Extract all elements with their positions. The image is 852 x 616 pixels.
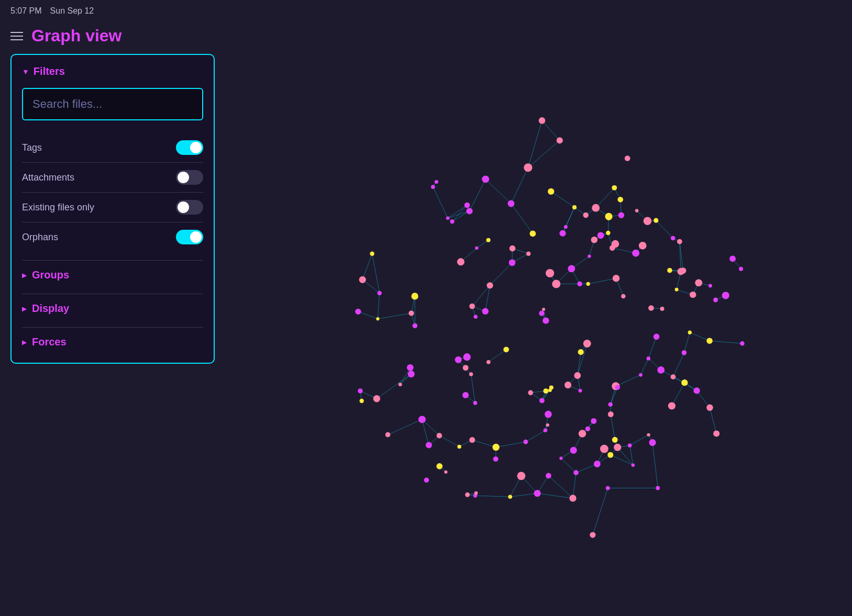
filters-label: Filters bbox=[34, 65, 65, 77]
svg-point-286 bbox=[503, 346, 509, 352]
svg-line-45 bbox=[578, 352, 581, 376]
svg-line-42 bbox=[496, 442, 526, 447]
svg-point-310 bbox=[408, 310, 414, 316]
toggle-attachments[interactable] bbox=[176, 170, 203, 185]
svg-point-176 bbox=[597, 232, 604, 239]
svg-point-202 bbox=[618, 212, 624, 218]
svg-line-114 bbox=[672, 383, 684, 406]
svg-point-280 bbox=[600, 445, 608, 453]
svg-line-67 bbox=[673, 353, 684, 377]
svg-point-276 bbox=[542, 308, 545, 311]
svg-point-177 bbox=[408, 371, 415, 377]
svg-point-206 bbox=[373, 395, 380, 402]
svg-point-329 bbox=[648, 305, 654, 311]
svg-point-331 bbox=[668, 402, 676, 409]
svg-point-178 bbox=[544, 429, 548, 433]
svg-point-315 bbox=[590, 532, 595, 537]
svg-line-161 bbox=[563, 207, 575, 233]
filters-arrow: ▼ bbox=[22, 68, 29, 76]
svg-line-166 bbox=[448, 211, 469, 218]
svg-point-190 bbox=[578, 349, 584, 355]
display-arrow: ▶ bbox=[22, 305, 27, 312]
svg-point-320 bbox=[529, 230, 536, 237]
svg-point-219 bbox=[657, 366, 665, 374]
svg-point-172 bbox=[464, 203, 470, 208]
svg-point-303 bbox=[466, 208, 472, 214]
svg-line-66 bbox=[684, 332, 690, 353]
svg-point-184 bbox=[612, 185, 617, 191]
toggle-orphans[interactable] bbox=[176, 230, 203, 244]
svg-point-317 bbox=[493, 456, 499, 462]
toggle-tags[interactable] bbox=[176, 140, 203, 155]
search-input[interactable] bbox=[22, 88, 203, 120]
svg-point-248 bbox=[475, 247, 478, 250]
svg-point-300 bbox=[358, 388, 362, 393]
svg-point-260 bbox=[667, 268, 672, 273]
svg-line-103 bbox=[388, 419, 422, 434]
forces-label: Forces bbox=[32, 336, 67, 348]
graph-canvas[interactable] bbox=[225, 54, 842, 612]
svg-point-198 bbox=[695, 279, 702, 286]
svg-line-153 bbox=[640, 359, 648, 375]
svg-point-321 bbox=[649, 439, 656, 446]
svg-point-196 bbox=[412, 293, 418, 299]
svg-point-239 bbox=[469, 437, 475, 443]
page-title: Graph view bbox=[31, 26, 122, 46]
svg-line-129 bbox=[548, 476, 573, 498]
svg-point-216 bbox=[473, 401, 478, 405]
display-header[interactable]: ▶ Display bbox=[22, 298, 203, 319]
svg-point-289 bbox=[670, 374, 676, 379]
svg-point-183 bbox=[413, 323, 417, 328]
svg-point-249 bbox=[431, 185, 435, 189]
groups-header[interactable]: ▶ Groups bbox=[22, 265, 203, 285]
svg-point-186 bbox=[583, 340, 591, 348]
svg-point-264 bbox=[548, 388, 552, 392]
svg-point-297 bbox=[418, 416, 426, 423]
graph-svg[interactable] bbox=[225, 54, 842, 612]
svg-point-266 bbox=[486, 360, 491, 364]
svg-point-285 bbox=[592, 204, 600, 212]
svg-point-230 bbox=[713, 297, 718, 302]
svg-point-258 bbox=[610, 245, 615, 251]
svg-point-319 bbox=[446, 216, 450, 220]
svg-point-231 bbox=[579, 430, 587, 438]
svg-line-87 bbox=[471, 374, 475, 403]
svg-point-243 bbox=[565, 382, 571, 388]
groups-arrow: ▶ bbox=[22, 272, 27, 279]
svg-point-284 bbox=[607, 452, 613, 458]
svg-line-96 bbox=[656, 220, 673, 238]
svg-point-251 bbox=[709, 284, 712, 288]
svg-point-275 bbox=[722, 292, 729, 299]
svg-line-14 bbox=[377, 374, 411, 399]
menu-button[interactable] bbox=[10, 32, 23, 40]
svg-point-225 bbox=[605, 213, 612, 220]
svg-point-261 bbox=[671, 236, 676, 241]
forces-header[interactable]: ▶ Forces bbox=[22, 332, 203, 352]
svg-point-326 bbox=[606, 231, 610, 235]
svg-line-79 bbox=[528, 140, 559, 167]
svg-line-132 bbox=[362, 254, 372, 280]
svg-point-277 bbox=[647, 356, 650, 360]
svg-point-305 bbox=[552, 280, 560, 288]
filters-section-header[interactable]: ▼ Filters bbox=[22, 65, 203, 77]
svg-point-292 bbox=[559, 230, 566, 237]
forces-arrow: ▶ bbox=[22, 339, 27, 346]
svg-point-330 bbox=[612, 437, 618, 443]
svg-point-212 bbox=[524, 163, 532, 172]
svg-point-267 bbox=[508, 495, 512, 499]
svg-point-314 bbox=[517, 472, 525, 480]
svg-line-37 bbox=[578, 343, 587, 375]
svg-line-5 bbox=[511, 167, 528, 204]
svg-point-257 bbox=[370, 252, 374, 256]
svg-point-311 bbox=[426, 442, 432, 449]
svg-point-227 bbox=[385, 432, 391, 438]
svg-line-170 bbox=[593, 488, 608, 535]
svg-point-208 bbox=[677, 239, 682, 244]
toggle-existing-files[interactable] bbox=[176, 200, 203, 215]
svg-line-128 bbox=[573, 473, 576, 498]
svg-line-104 bbox=[690, 332, 710, 341]
svg-point-265 bbox=[706, 405, 713, 411]
svg-line-81 bbox=[630, 435, 649, 445]
svg-point-188 bbox=[492, 444, 499, 451]
filter-row-attachments: Attachments bbox=[22, 163, 203, 193]
